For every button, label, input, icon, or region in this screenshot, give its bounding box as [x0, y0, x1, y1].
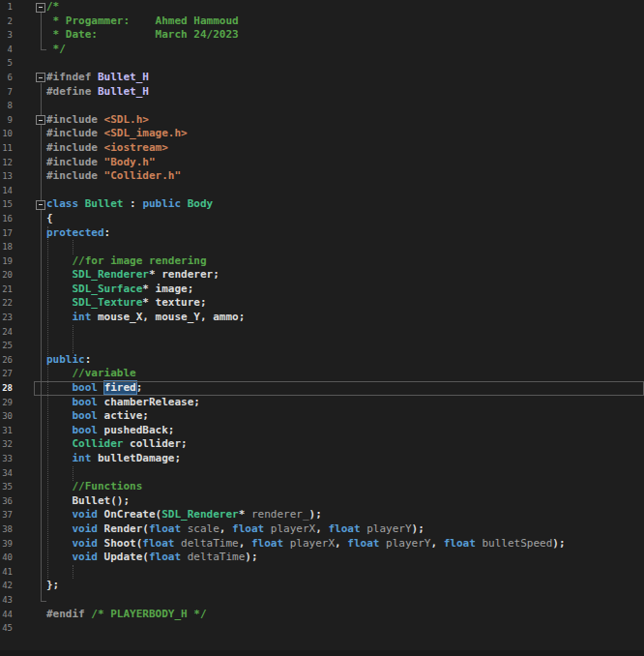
code-text[interactable]: #ifndef Bullet_H — [46, 71, 149, 85]
code-text[interactable]: protected: — [46, 226, 110, 241]
code-line[interactable]: 40 void Update(float deltaTime); — [0, 551, 644, 565]
code-line[interactable]: 21 SDL_Surface* image; — [0, 283, 644, 297]
code-text[interactable]: void Render(float scale, float playerX, … — [46, 522, 424, 537]
fold-column — [13, 113, 46, 128]
code-line[interactable]: 8 — [0, 99, 644, 113]
code-text[interactable]: bool fired; — [46, 381, 142, 396]
line-number: 11 — [0, 141, 13, 156]
code-line[interactable]: 6#ifndef Bullet_H — [0, 71, 644, 85]
selected-word[interactable]: fired — [104, 381, 136, 394]
code-text[interactable]: public: — [46, 353, 91, 368]
code-editor[interactable]: 1/*2 * Progammer: Ahmed Hammoud3 * Date:… — [0, 0, 644, 656]
line-number: 30 — [0, 409, 13, 424]
code-text[interactable]: #endif /* PLAYERBODY_H */ — [46, 608, 207, 622]
code-text[interactable]: bool active; — [46, 409, 149, 424]
code-text[interactable]: void OnCreate(SDL_Renderer* renderer_); — [46, 508, 322, 522]
code-line[interactable]: 39 void Shoot(float deltaTime, float pla… — [0, 537, 644, 552]
code-line[interactable]: 7#define Bullet_H — [0, 85, 644, 100]
code-line[interactable]: 32 Collider collider; — [0, 437, 644, 452]
code-text[interactable]: #include <SDL_image.h> — [46, 127, 188, 141]
code-text[interactable]: //Functions — [46, 480, 142, 494]
code-lines-container[interactable]: 1/*2 * Progammer: Ahmed Hammoud3 * Date:… — [0, 0, 644, 636]
code-text[interactable]: }; — [46, 579, 59, 593]
code-line[interactable]: 33 int bulletDamage; — [0, 452, 644, 466]
code-text[interactable]: //variable — [46, 367, 136, 381]
code-line[interactable]: 28 bool fired; — [0, 381, 644, 396]
code-text[interactable]: #include <SDL.h> — [46, 113, 149, 128]
code-line[interactable]: 25 — [0, 339, 644, 353]
code-line[interactable]: 11#include <iostream> — [0, 141, 644, 156]
line-number: 4 — [0, 43, 13, 57]
code-line[interactable]: 13#include "Collider.h" — [0, 169, 644, 184]
code-line[interactable]: 37 void OnCreate(SDL_Renderer* renderer_… — [0, 508, 644, 522]
fold-collapse-icon[interactable] — [36, 115, 45, 125]
code-text[interactable]: void Update(float deltaTime); — [46, 551, 258, 565]
code-line[interactable]: 22 SDL_Texture* texture; — [0, 296, 644, 311]
fold-column — [13, 565, 46, 580]
code-line[interactable]: 29 bool chamberRelease; — [0, 396, 644, 410]
code-line[interactable]: 30 bool active; — [0, 409, 644, 424]
code-line[interactable]: 45 — [0, 621, 644, 636]
code-line[interactable]: 31 bool pushedBack; — [0, 424, 644, 438]
code-line[interactable]: 16{ — [0, 212, 644, 226]
code-line[interactable]: 17protected: — [0, 226, 644, 241]
fold-collapse-icon[interactable] — [36, 73, 45, 82]
fold-column — [13, 396, 46, 410]
code-line[interactable]: 27 //variable — [0, 367, 644, 381]
code-text[interactable]: bool pushedBack; — [46, 424, 174, 438]
code-text[interactable]: * Date: March 24/2023 — [46, 28, 239, 43]
code-line[interactable]: 10#include <SDL_image.h> — [0, 127, 644, 141]
code-text[interactable]: bool chamberRelease; — [46, 396, 200, 410]
code-text[interactable]: //for image rendering — [46, 254, 207, 269]
code-line[interactable]: 34 — [0, 466, 644, 481]
code-text[interactable]: SDL_Texture* texture; — [46, 296, 207, 311]
code-line[interactable]: 9#include <SDL.h> — [0, 113, 644, 128]
code-text[interactable]: #include "Collider.h" — [46, 169, 181, 184]
fold-column — [13, 522, 46, 537]
code-text[interactable]: #include <iostream> — [46, 141, 168, 156]
code-line[interactable]: 38 void Render(float scale, float player… — [0, 522, 644, 537]
code-text[interactable]: SDL_Surface* image; — [46, 283, 193, 297]
fold-collapse-icon[interactable] — [36, 3, 45, 13]
code-line[interactable]: 1/* — [0, 0, 644, 15]
line-number: 25 — [0, 339, 13, 353]
line-number: 21 — [0, 283, 13, 297]
code-text[interactable]: #define Bullet_H — [46, 85, 149, 100]
code-text[interactable]: void Shoot(float deltaTime, float player… — [46, 537, 566, 552]
code-text[interactable]: int bulletDamage; — [46, 452, 181, 466]
code-text[interactable]: Collider collider; — [46, 437, 188, 452]
code-line[interactable]: 23 int mouse_X, mouse_Y, ammo; — [0, 311, 644, 325]
fold-column — [13, 353, 46, 368]
code-text[interactable]: SDL_Renderer* renderer; — [46, 268, 220, 283]
code-line[interactable]: 18 — [0, 240, 644, 254]
code-line[interactable]: 44#endif /* PLAYERBODY_H */ — [0, 608, 644, 622]
fold-collapse-icon[interactable] — [36, 200, 45, 210]
code-text[interactable]: class Bullet : public Body — [46, 197, 213, 212]
code-line[interactable]: 36 Bullet(); — [0, 494, 644, 509]
code-text[interactable]: /* — [46, 0, 59, 15]
code-text[interactable]: { — [46, 212, 53, 226]
line-number: 32 — [0, 437, 13, 452]
code-text[interactable]: #include "Body.h" — [46, 156, 156, 170]
code-line[interactable]: 5 — [0, 56, 644, 71]
code-line[interactable]: 19 //for image rendering — [0, 254, 644, 269]
code-line[interactable]: 15class Bullet : public Body — [0, 197, 644, 212]
code-line[interactable]: 14 — [0, 184, 644, 198]
code-text[interactable]: int mouse_X, mouse_Y, ammo; — [46, 311, 245, 325]
code-line[interactable]: 42}; — [0, 579, 644, 593]
code-line[interactable]: 26public: — [0, 353, 644, 368]
code-line[interactable]: 41 — [0, 565, 644, 580]
code-line[interactable]: 12#include "Body.h" — [0, 156, 644, 170]
code-line[interactable]: 43 — [0, 593, 644, 608]
line-number: 45 — [0, 621, 13, 636]
code-line[interactable]: 2 * Progammer: Ahmed Hammoud — [0, 15, 644, 29]
code-line[interactable]: 35 //Functions — [0, 480, 644, 494]
code-text[interactable]: */ — [46, 43, 66, 57]
line-number: 15 — [0, 197, 13, 212]
code-line[interactable]: 4 */ — [0, 43, 644, 57]
code-line[interactable]: 20 SDL_Renderer* renderer; — [0, 268, 644, 283]
code-line[interactable]: 3 * Date: March 24/2023 — [0, 28, 644, 43]
code-line[interactable]: 24 — [0, 325, 644, 340]
code-text[interactable]: Bullet(); — [46, 494, 130, 509]
code-text[interactable]: * Progammer: Ahmed Hammoud — [46, 15, 239, 29]
